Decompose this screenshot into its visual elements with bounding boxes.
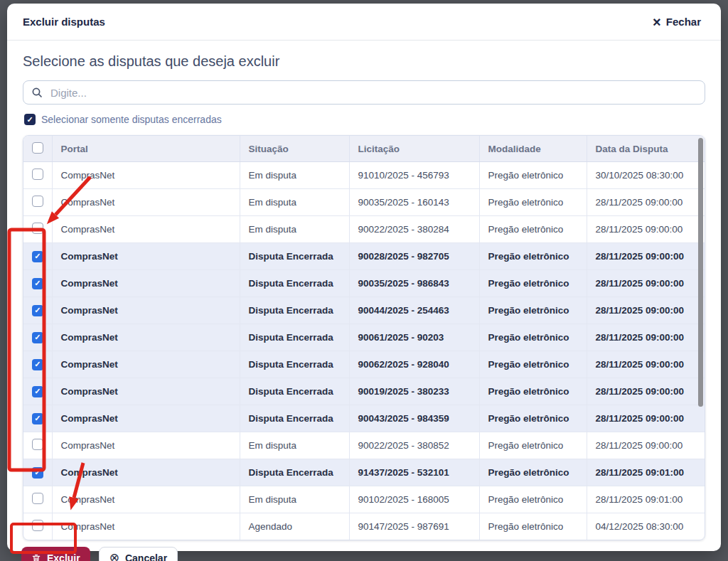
disputes-table-container: Portal Situação Licitação Modalidade Dat… <box>23 135 705 540</box>
table-row[interactable]: ✓ ComprasNet Disputa Encerrada 91437/202… <box>23 459 705 486</box>
cell-licitacao: 90102/2025 - 168005 <box>349 486 479 513</box>
cell-portal: ComprasNet <box>52 189 240 216</box>
modal-subheading: Selecione as disputas que deseja excluir <box>23 53 705 70</box>
row-checkbox[interactable] <box>32 223 43 234</box>
cell-data: 28/11/2025 09:00:00 <box>587 243 705 270</box>
trash-icon <box>31 553 41 561</box>
cell-licitacao: 90022/2025 - 380852 <box>349 432 479 459</box>
cell-situacao: Disputa Encerrada <box>240 459 349 486</box>
table-row[interactable]: ComprasNet Em disputa 90035/2025 - 16014… <box>23 189 705 216</box>
table-row[interactable]: ComprasNet Agendado 90147/2025 - 987691 … <box>23 513 705 540</box>
table-row[interactable]: ✓ ComprasNet Disputa Encerrada 90035/202… <box>23 270 705 297</box>
cell-modalidade: Pregão eletrônico <box>479 432 587 459</box>
cell-data: 04/12/2025 08:30:00 <box>587 513 705 540</box>
disputes-table: Portal Situação Licitação Modalidade Dat… <box>23 136 705 540</box>
modal-header: Excluir disputas × Fechar <box>7 4 721 41</box>
table-row[interactable]: ✓ ComprasNet Disputa Encerrada 90043/202… <box>23 405 705 432</box>
row-checkbox[interactable] <box>32 196 43 207</box>
cell-situacao: Disputa Encerrada <box>240 324 349 351</box>
table-row[interactable]: ComprasNet Em disputa 90022/2025 - 38028… <box>23 216 705 243</box>
row-checkbox[interactable]: ✓ <box>32 386 43 397</box>
close-button[interactable]: × Fechar <box>648 15 705 28</box>
cell-situacao: Em disputa <box>240 432 349 459</box>
close-icon: × <box>653 17 661 27</box>
cancel-circle-icon: ⊗ <box>109 552 119 561</box>
row-checkbox[interactable] <box>32 520 43 531</box>
table-row[interactable]: ✓ ComprasNet Disputa Encerrada 90044/202… <box>23 297 705 324</box>
cell-data: 28/11/2025 09:00:00 <box>587 216 705 243</box>
filter-checkbox[interactable]: ✓ <box>24 114 36 125</box>
cell-portal: ComprasNet <box>52 243 240 270</box>
cell-portal: ComprasNet <box>52 351 240 378</box>
cell-licitacao: 90061/2025 - 90203 <box>349 324 479 351</box>
row-checkbox[interactable] <box>32 169 43 180</box>
table-row[interactable]: ✓ ComprasNet Disputa Encerrada 90028/202… <box>23 243 705 270</box>
delete-button-label: Excluir <box>47 552 80 561</box>
cell-data: 28/11/2025 09:01:00 <box>587 459 705 486</box>
cell-licitacao: 90062/2025 - 928040 <box>349 351 479 378</box>
cell-modalidade: Pregão eletrônico <box>479 459 587 486</box>
table-header-row: Portal Situação Licitação Modalidade Dat… <box>23 136 705 162</box>
row-checkbox[interactable] <box>32 493 43 504</box>
table-row[interactable]: ✓ ComprasNet Disputa Encerrada 90061/202… <box>23 324 705 351</box>
cancel-button[interactable]: ⊗ Cancelar <box>99 547 178 561</box>
cell-data: 28/11/2025 09:00:00 <box>587 432 705 459</box>
table-row[interactable]: ✓ ComprasNet Disputa Encerrada 90019/202… <box>23 378 705 405</box>
search-input[interactable] <box>49 86 697 100</box>
cell-portal: ComprasNet <box>52 378 240 405</box>
column-header-data: Data da Disputa <box>587 136 705 162</box>
cell-licitacao: 90035/2025 - 986843 <box>349 270 479 297</box>
cell-data: 28/11/2025 09:00:00 <box>587 405 705 432</box>
cell-modalidade: Pregão eletrônico <box>479 270 587 297</box>
column-header-portal: Portal <box>52 136 240 162</box>
row-checkbox[interactable]: ✓ <box>32 251 43 262</box>
cell-situacao: Disputa Encerrada <box>240 243 349 270</box>
cell-data: 28/11/2025 09:00:00 <box>587 189 705 216</box>
row-checkbox[interactable]: ✓ <box>32 413 43 424</box>
cell-modalidade: Pregão eletrônico <box>479 324 587 351</box>
cell-licitacao: 91437/2025 - 532101 <box>349 459 479 486</box>
modal-title: Excluir disputas <box>23 16 105 28</box>
delete-button[interactable]: Excluir <box>21 547 90 561</box>
cell-licitacao: 91010/2025 - 456793 <box>349 162 479 189</box>
cell-situacao: Em disputa <box>240 189 349 216</box>
cell-situacao: Disputa Encerrada <box>240 351 349 378</box>
row-checkbox[interactable]: ✓ <box>32 359 43 370</box>
row-checkbox[interactable]: ✓ <box>32 332 43 343</box>
cell-situacao: Disputa Encerrada <box>240 378 349 405</box>
cell-modalidade: Pregão eletrônico <box>479 486 587 513</box>
cell-licitacao: 90022/2025 - 380284 <box>349 216 479 243</box>
cell-portal: ComprasNet <box>52 216 240 243</box>
cell-modalidade: Pregão eletrônico <box>479 216 587 243</box>
cell-portal: ComprasNet <box>52 297 240 324</box>
column-header-modalidade: Modalidade <box>479 136 587 162</box>
cell-portal: ComprasNet <box>52 324 240 351</box>
cancel-button-label: Cancelar <box>125 552 167 561</box>
cell-modalidade: Pregão eletrônico <box>479 378 587 405</box>
cell-modalidade: Pregão eletrônico <box>479 513 587 540</box>
row-checkbox[interactable]: ✓ <box>32 305 43 316</box>
cell-data: 28/11/2025 09:00:00 <box>587 351 705 378</box>
row-checkbox[interactable]: ✓ <box>32 278 43 289</box>
cell-situacao: Em disputa <box>240 216 349 243</box>
table-row[interactable]: ComprasNet Em disputa 90102/2025 - 16800… <box>23 486 705 513</box>
search-box[interactable] <box>23 80 705 105</box>
table-row[interactable]: ✓ ComprasNet Disputa Encerrada 90062/202… <box>23 351 705 378</box>
cell-portal: ComprasNet <box>52 459 240 486</box>
cell-licitacao: 90028/2025 - 982705 <box>349 243 479 270</box>
search-icon <box>31 87 43 98</box>
select-all-checkbox[interactable] <box>32 142 43 154</box>
cell-situacao: Em disputa <box>240 162 349 189</box>
cell-situacao: Disputa Encerrada <box>240 297 349 324</box>
cell-situacao: Agendado <box>240 513 349 540</box>
row-checkbox[interactable] <box>32 439 43 450</box>
cell-licitacao: 90044/2025 - 254463 <box>349 297 479 324</box>
table-row[interactable]: ComprasNet Em disputa 91010/2025 - 45679… <box>23 162 705 189</box>
table-body: ComprasNet Em disputa 91010/2025 - 45679… <box>23 162 705 540</box>
row-checkbox[interactable]: ✓ <box>32 467 43 479</box>
table-row[interactable]: ComprasNet Em disputa 90022/2025 - 38085… <box>23 432 705 459</box>
cell-situacao: Disputa Encerrada <box>240 270 349 297</box>
table-scrollbar-thumb[interactable] <box>698 138 703 407</box>
cell-situacao: Em disputa <box>240 486 349 513</box>
cell-modalidade: Pregão eletrônico <box>479 351 587 378</box>
